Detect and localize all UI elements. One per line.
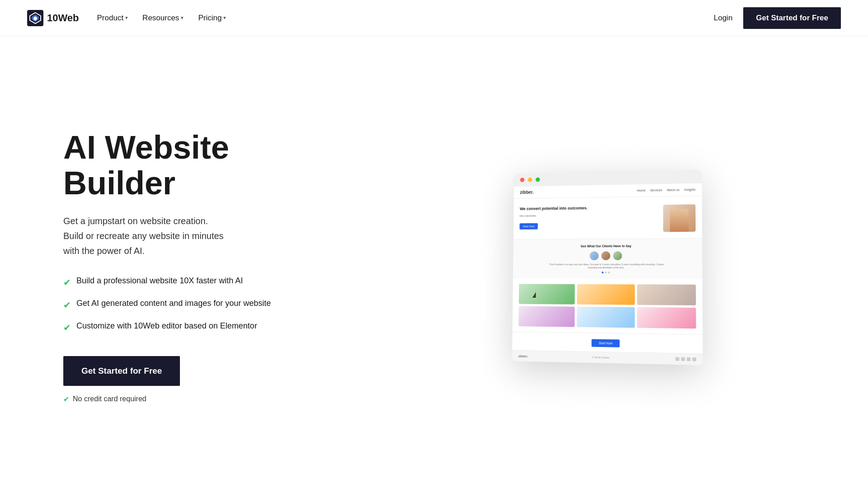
mock-avatar-2	[601, 251, 610, 260]
mock-hero-section: We convert potential into outcomes. into…	[514, 196, 703, 239]
mock-dot-3	[608, 272, 610, 273]
mock-gallery-item-6	[637, 307, 696, 328]
browser-dot-fullscreen	[536, 178, 540, 182]
mock-logo: zibber.	[520, 190, 533, 195]
mock-testimonials-title: See What Our Clients Have to Say	[519, 244, 696, 248]
mock-person-image	[670, 209, 689, 232]
hero-section: AI Website Builder Get a jumpstart on we…	[0, 36, 868, 488]
mock-avatars	[519, 251, 696, 260]
mockup-site-content: zibber. Home Services About us Insights …	[512, 183, 703, 365]
product-chevron-icon: ▾	[125, 15, 128, 21]
hero-left: AI Website Builder Get a jumpstart on we…	[63, 130, 344, 404]
no-credit-card-note: ✔ No credit card required	[63, 394, 344, 404]
logo[interactable]: 10Web	[27, 10, 79, 26]
mock-hero-cta[interactable]: Start Now	[519, 223, 538, 230]
hero-cta-button[interactable]: Get Started for Free	[63, 356, 180, 386]
mock-nav-home: Home	[637, 189, 646, 192]
logo-icon	[27, 10, 43, 26]
mock-avatar-3	[613, 251, 622, 260]
hero-right: zibber. Home Services About us Insights …	[371, 171, 841, 362]
mock-dot-2	[605, 272, 607, 273]
pricing-chevron-icon: ▾	[223, 15, 226, 21]
mock-gallery-wrapper	[512, 278, 703, 334]
browser-dot-close	[520, 178, 524, 182]
nav-right: Login Get Started for Free	[714, 7, 841, 29]
check-icon-2: ✔	[63, 298, 71, 312]
product-nav-link[interactable]: Product ▾	[97, 14, 128, 23]
check-icon-1: ✔	[63, 276, 71, 289]
mock-gallery-item-3	[637, 284, 696, 305]
resources-nav-link[interactable]: Resources ▾	[142, 14, 184, 23]
mock-testimonials: See What Our Clients Have to Say The AI …	[513, 238, 703, 279]
mock-footer-icons	[675, 357, 696, 361]
resources-chevron-icon: ▾	[181, 15, 184, 21]
mock-hero-text: We convert potential into outcomes. into…	[519, 205, 659, 230]
mock-avatar-1	[590, 251, 599, 260]
login-button[interactable]: Login	[714, 14, 733, 23]
mock-nav-about: About us	[667, 188, 679, 192]
feature-item-3: ✔ Customize with 10Web editor based on E…	[63, 320, 344, 334]
mock-start-button[interactable]: Start Now	[591, 339, 620, 347]
check-icon-nocc: ✔	[63, 395, 69, 404]
navbar: 10Web Product ▾ Resources ▾ Pricing ▾ Lo…	[0, 0, 868, 36]
mock-dots	[519, 272, 696, 273]
mock-social-icon-3	[687, 357, 690, 361]
mock-social-icon-2	[681, 357, 685, 361]
mock-nav-services: Services	[650, 188, 662, 192]
mock-gallery-item-5	[577, 307, 635, 328]
mock-footer-logo: zibber.	[518, 354, 528, 357]
mock-hero-heading: We convert potential into outcomes.	[520, 205, 659, 211]
mock-dot-1	[602, 272, 604, 273]
mock-social-icon-4	[693, 357, 696, 361]
mock-nav-links: Home Services About us Insights	[637, 188, 695, 192]
mock-social-icon-1	[675, 357, 679, 361]
nav-cta-button[interactable]: Get Started for Free	[743, 7, 841, 29]
hero-title: AI Website Builder	[63, 130, 344, 201]
check-icon-3: ✔	[63, 321, 71, 334]
browser-dot-minimize	[528, 178, 533, 182]
hero-subtitle: Get a jumpstart on website creation. Bui…	[63, 214, 344, 258]
browser-mockup: zibber. Home Services About us Insights …	[512, 170, 703, 366]
pricing-nav-link[interactable]: Pricing ▾	[198, 14, 226, 23]
mock-gallery-item-2	[577, 284, 635, 305]
mock-gallery-item-1	[519, 284, 575, 304]
mock-hero-image	[663, 204, 696, 232]
nav-left: 10Web Product ▾ Resources ▾ Pricing ▾	[27, 10, 226, 26]
nav-links: Product ▾ Resources ▾ Pricing ▾	[97, 14, 226, 23]
mock-cursor	[533, 292, 536, 298]
logo-text: 10Web	[47, 12, 79, 24]
mock-testimonial-text: The AI builder is so easy and your ideas…	[548, 263, 665, 269]
feature-item-1: ✔ Build a professional website 10X faste…	[63, 275, 344, 289]
mock-nav-insights: Insights	[684, 188, 695, 191]
feature-list: ✔ Build a professional website 10X faste…	[63, 275, 344, 334]
mock-gallery	[512, 278, 703, 334]
mock-hero-sub: into outcomes.	[520, 212, 659, 218]
feature-item-2: ✔ Get AI generated content and images fo…	[63, 297, 344, 312]
mock-gallery-item-4	[519, 306, 575, 327]
mock-footer-copy: © 2019 10web	[592, 356, 609, 359]
